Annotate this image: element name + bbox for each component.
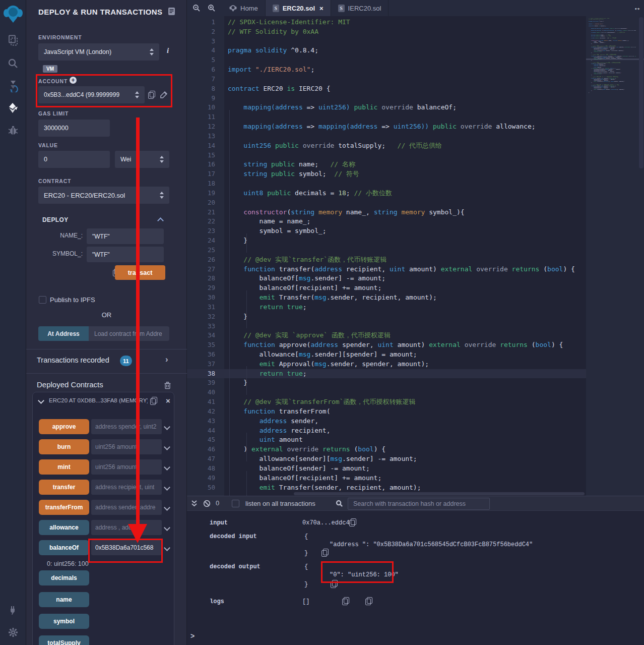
transact-button[interactable]: transact xyxy=(115,265,165,280)
approve-button[interactable]: approve xyxy=(39,419,89,434)
copy-raw-logs-icon[interactable] xyxy=(365,597,372,605)
remix-logo[interactable] xyxy=(0,3,26,25)
decimals-button[interactable]: decimals xyxy=(39,570,89,585)
expand-function-icon[interactable] xyxy=(164,464,170,471)
collapse-contract-icon[interactable] xyxy=(38,397,44,404)
code-content[interactable]: 1// SPDX-License-Identifier: MIT2// WTF … xyxy=(187,18,586,492)
expand-function-icon[interactable] xyxy=(164,484,170,491)
function-row: transferaddress recipient, uint xyxy=(39,480,175,495)
contract-select[interactable]: ERC20 - ERC20/ERC20.sol xyxy=(38,187,169,204)
tab-erc20-sol[interactable]: S ERC20.sol × xyxy=(266,0,331,16)
expand-function-icon[interactable] xyxy=(164,444,170,450)
plugin-manager-icon[interactable] xyxy=(0,601,26,619)
balanceOf-args-input[interactable]: 0x5B38Da6a701c568 xyxy=(91,540,162,555)
editor-vertical-scrollbar[interactable] xyxy=(639,17,643,168)
editor-horizontal-scrollbar[interactable] xyxy=(294,492,585,495)
settings-gear-icon[interactable] xyxy=(0,623,26,641)
mint-args-input[interactable]: uint256 amount xyxy=(91,459,162,475)
copy-decoded-output-icon[interactable] xyxy=(331,580,337,588)
line-number: 40 xyxy=(187,388,224,397)
line-number: 4 xyxy=(187,46,224,55)
symbol-button[interactable]: symbol xyxy=(39,614,89,629)
close-tab-icon[interactable]: × xyxy=(319,5,324,12)
terminal-prompt[interactable]: > xyxy=(190,632,195,640)
remove-contract-icon[interactable]: × xyxy=(166,397,170,404)
gas-limit-input[interactable]: 3000000 xyxy=(38,120,110,137)
clear-deployed-trash-icon[interactable] xyxy=(164,381,171,391)
file-explorer-icon[interactable] xyxy=(0,31,26,49)
function-row: allowanceaddress , address xyxy=(39,520,175,535)
transfer-button[interactable]: transfer xyxy=(39,480,89,495)
allowance-button[interactable]: allowance xyxy=(39,520,89,535)
deploy-run-icon[interactable] xyxy=(0,99,26,117)
totalSupply-button[interactable]: totalSupply xyxy=(39,635,89,645)
burn-button[interactable]: burn xyxy=(39,439,89,454)
collapse-deploy-icon[interactable] xyxy=(157,217,164,224)
function-row: transferFromaddress sender, addre xyxy=(39,500,175,515)
expand-transactions-icon[interactable]: › xyxy=(165,355,168,365)
line-number: 43 xyxy=(187,417,224,426)
minimap[interactable]: // SPDX-License-Identifier: MIT// WTF So… xyxy=(589,18,636,169)
value-unit-select[interactable]: Wei xyxy=(115,151,169,168)
allowance-args-input[interactable]: address , address xyxy=(91,520,162,535)
editor-body[interactable]: 1// SPDX-License-Identifier: MIT2// WTF … xyxy=(187,16,644,496)
code-line: 17 string public symbol; // 符号 xyxy=(187,169,586,179)
debugger-icon[interactable] xyxy=(0,121,26,139)
approve-args-input[interactable]: address spender, uint2 xyxy=(91,419,162,434)
line-number: 6 xyxy=(187,65,224,75)
transferFrom-args-input[interactable]: address sender, addre xyxy=(91,500,162,515)
copy-account-icon[interactable] xyxy=(148,91,155,98)
account-select[interactable]: 0x5B3...eddC4 (99.9999999 xyxy=(38,86,145,103)
gas-limit-label: GAS LIMIT xyxy=(38,110,69,116)
resize-panel-icon[interactable]: ↔ xyxy=(633,3,641,12)
publish-ipfs-checkbox[interactable] xyxy=(39,296,46,304)
transfer-args-input[interactable]: address recipient, uint xyxy=(91,480,162,495)
name-button[interactable]: name xyxy=(39,592,89,607)
copy-decoded-input-icon[interactable] xyxy=(321,549,328,556)
terminal-toolbar: 0 listen on all transactions Search with… xyxy=(187,496,644,511)
tab-ierc20-sol[interactable]: S IERC20.sol xyxy=(331,0,389,16)
expand-function-icon[interactable] xyxy=(164,504,170,511)
expand-function-icon[interactable] xyxy=(164,545,170,551)
balanceOf-button[interactable]: balanceOf xyxy=(39,540,89,555)
zoom-out-icon[interactable] xyxy=(189,0,204,16)
mint-button[interactable]: mint xyxy=(39,459,89,475)
copy-contract-address-icon[interactable] xyxy=(150,397,157,404)
documentation-icon[interactable] xyxy=(167,7,176,18)
search-icon[interactable] xyxy=(0,54,26,73)
line-number: 38 xyxy=(187,369,224,379)
solidity-file-icon: S xyxy=(273,5,279,12)
copy-logs-icon[interactable] xyxy=(342,597,349,605)
environment-select[interactable]: JavaScript VM (London) xyxy=(38,43,159,61)
tab-home[interactable]: Home xyxy=(222,0,266,16)
line-number: 20 xyxy=(187,198,224,208)
value-input[interactable]: 0 xyxy=(38,151,110,168)
at-address-button[interactable]: At Address xyxy=(38,326,89,341)
add-account-icon[interactable]: + xyxy=(70,77,77,84)
expand-terminal-icon[interactable] xyxy=(191,500,198,509)
environment-info-icon[interactable]: i xyxy=(167,46,169,55)
expand-function-icon[interactable] xyxy=(164,524,170,531)
code-line: 36 allowance[msg.sender][spender] = amou… xyxy=(187,350,586,360)
or-label: OR xyxy=(26,311,187,319)
sign-message-icon[interactable] xyxy=(160,91,168,101)
transferFrom-button[interactable]: transferFrom xyxy=(39,500,89,515)
terminal-search-input[interactable]: Search with transaction hash or address xyxy=(348,498,490,510)
burn-args-input[interactable]: uint256 amount xyxy=(91,439,162,454)
solidity-compiler-icon[interactable] xyxy=(0,77,26,95)
contract-function-list: approveaddress spender, uint2burnuint256… xyxy=(33,419,175,645)
symbol-field-input[interactable]: "WTF" xyxy=(87,247,164,262)
copy-input-icon[interactable] xyxy=(349,518,356,526)
clear-console-icon[interactable] xyxy=(203,500,211,509)
code-line: 8contract ERC20 is IERC20 { xyxy=(187,84,586,94)
name-field-input[interactable]: "WTF" xyxy=(87,228,164,244)
listen-all-tx-checkbox[interactable] xyxy=(232,500,239,507)
function-row: balanceOf0x5B38Da6a701c568 xyxy=(39,540,175,555)
zoom-in-icon[interactable] xyxy=(204,0,219,16)
code-line: 6import "./IERC20.sol"; xyxy=(187,65,586,75)
at-address-input[interactable]: Load contract from Addre xyxy=(89,326,169,341)
expand-function-icon[interactable] xyxy=(164,424,170,430)
tx-detail-key: input xyxy=(210,519,228,526)
line-number: 11 xyxy=(187,112,224,122)
deployed-contracts-header: Deployed Contracts xyxy=(37,380,103,389)
